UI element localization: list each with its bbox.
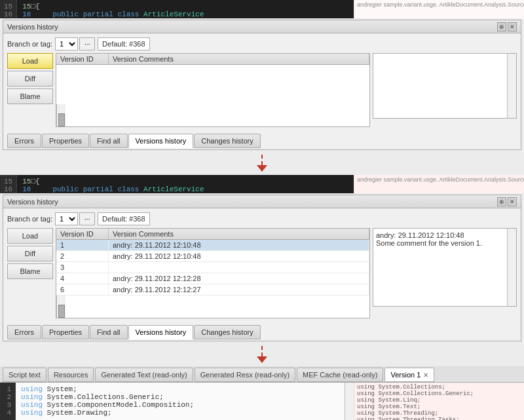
cell-id: 2 — [56, 251, 109, 261]
action-buttons-1: Load Diff Blame — [7, 53, 53, 127]
bottom-right-panel: using System.Collections; using System.C… — [354, 383, 524, 420]
tab-changes-1[interactable]: Changes history — [194, 134, 261, 148]
bottom-scrollbar[interactable] — [345, 383, 354, 420]
code-strip-1: 15 16 15□{ 16 public partial class Artic… — [0, 0, 524, 18]
scroll-thumb-2 — [58, 305, 65, 318]
table-header-1: Version ID Version Comments — [56, 54, 369, 65]
tab-changes-2[interactable]: Changes history — [194, 325, 261, 339]
cell-id: 6 — [56, 284, 109, 295]
tab-versions-1[interactable]: Versions history — [128, 134, 194, 148]
bottom-tab-bar: Script text Resources Generated Text (re… — [0, 366, 524, 383]
code-content-2: 15□{ 16 public partial class ArticleServ… — [17, 175, 354, 193]
tab-errors-1[interactable]: Errors — [7, 134, 41, 148]
code-strip-2: 15 16 15□{ 16 public partial class Artic… — [0, 175, 524, 193]
arrow-line-2 — [261, 346, 263, 356]
btab-version1-close[interactable]: ✕ — [423, 372, 428, 379]
cell-comment: andry: 29.11.2012 12:12:28 — [109, 273, 369, 284]
comment-scrollbar-1[interactable] — [507, 54, 516, 118]
panel-title-1: Versions history — [7, 23, 58, 31]
arrow-head-1 — [257, 165, 267, 172]
col-header-comments-2: Version Comments — [109, 229, 369, 239]
load-button-2[interactable]: Load — [7, 228, 53, 244]
line-numbers-2: 15 16 — [0, 175, 17, 193]
branch-select-wrapper-2: 1 ··· — [55, 212, 95, 225]
pin-button-1[interactable]: ⊕ — [497, 22, 506, 31]
pin-button-2[interactable]: ⊕ — [497, 197, 506, 206]
col-header-id-1: Version ID — [56, 54, 109, 64]
table-row[interactable]: 3 — [56, 262, 369, 273]
arrow-2 — [0, 343, 524, 366]
versions-panel-1: Versions history ⊕ ✕ Branch or tag: 1 ··… — [3, 20, 521, 150]
branch-row-2: Branch or tag: 1 ··· Default: #368 — [7, 212, 517, 225]
table-row[interactable]: 1 andry: 29.11.2012 12:10:48 — [56, 240, 369, 251]
btab-resources[interactable]: Resources — [48, 368, 94, 382]
tab-bar-2: Errors Properties Find all Versions hist… — [3, 322, 521, 341]
panel-controls-2: ⊕ ✕ — [497, 197, 517, 206]
comment-panel-1 — [373, 53, 517, 119]
branch-label-1: Branch or tag: — [7, 40, 52, 48]
panel-body-1: Branch or tag: 1 ··· Default: #368 Load … — [3, 33, 521, 131]
bottom-code-area: 1 2 3 4 using System; using System.Colle… — [0, 383, 524, 420]
tab-findall-2[interactable]: Find all — [90, 325, 127, 339]
blame-button-2[interactable]: Blame — [7, 263, 53, 279]
btab-mef-cache[interactable]: MEF Cache (read-only) — [297, 368, 383, 382]
close-button-2[interactable]: ✕ — [508, 197, 517, 206]
btab-script-text[interactable]: Script text — [3, 368, 47, 382]
versions-table-1: Version ID Version Comments — [56, 53, 370, 127]
cell-id: 3 — [56, 262, 109, 273]
branch-dots-button-2[interactable]: ··· — [79, 212, 95, 225]
btab-version1[interactable]: Version 1 ✕ — [384, 368, 434, 382]
col-header-id-2: Version ID — [56, 229, 109, 239]
diff-button-2[interactable]: Diff — [7, 246, 53, 261]
panel-titlebar-1: Versions history ⊕ ✕ — [3, 20, 521, 33]
arrow-line-1 — [261, 155, 263, 165]
action-buttons-2: Load Diff Blame — [7, 228, 53, 318]
code-content-1: 15□{ 16 public partial class ArticleServ… — [17, 0, 354, 18]
arrow-down-1 — [257, 155, 267, 172]
tab-properties-2[interactable]: Properties — [42, 325, 89, 339]
comment-text-2: andry: 29.11.2012 12:10:48 Some comment … — [376, 231, 514, 247]
col-header-comments-1: Version Comments — [109, 54, 369, 64]
arrow-head-2 — [257, 356, 267, 363]
branch-dots-button-1[interactable]: ··· — [79, 37, 95, 50]
diff-button-1[interactable]: Diff — [7, 71, 53, 86]
tab-properties-1[interactable]: Properties — [42, 134, 89, 148]
cell-comment — [109, 262, 369, 273]
comment-scrollbar-2[interactable] — [507, 229, 516, 306]
versions-table-2: Version ID Version Comments 1 andry: 29.… — [56, 228, 370, 318]
tab-versions-2[interactable]: Versions history — [128, 325, 194, 339]
section3: Script text Resources Generated Text (re… — [0, 366, 524, 420]
table-row[interactable]: 2 andry: 29.11.2012 12:10:48 — [56, 251, 369, 262]
panel-titlebar-2: Versions history ⊕ ✕ — [3, 195, 521, 208]
line-numbers-1: 15 16 — [0, 0, 17, 18]
branch-default-1: Default: #368 — [98, 37, 149, 50]
blame-button-1[interactable]: Blame — [7, 88, 53, 104]
table-body-2[interactable]: 1 andry: 29.11.2012 12:10:48 2 andry: 29… — [56, 240, 369, 296]
section1: 15 16 15□{ 16 public partial class Artic… — [0, 0, 524, 150]
scrollbar-2[interactable] — [56, 296, 66, 318]
btab-generated-resx[interactable]: Generated Resx (read-only) — [195, 368, 295, 382]
arrow-1 — [0, 151, 524, 175]
table-row[interactable]: 4 andry: 29.11.2012 12:12:28 — [56, 273, 369, 284]
section2: 15 16 15□{ 16 public partial class Artic… — [0, 175, 524, 341]
table-row[interactable]: 6 andry: 29.11.2012 12:12:27 — [56, 284, 369, 296]
tab-bar-1: Errors Properties Find all Versions hist… — [3, 131, 521, 149]
branch-select-1[interactable]: 1 — [55, 37, 78, 50]
panel-controls-1: ⊕ ✕ — [497, 22, 517, 31]
comment-panel-2: andry: 29.11.2012 12:10:48 Some comment … — [373, 228, 517, 307]
scrollbar-1[interactable] — [56, 104, 66, 126]
btab-generated-text[interactable]: Generated Text (read-only) — [95, 368, 193, 382]
branch-select-2[interactable]: 1 — [55, 212, 78, 225]
branch-default-2: Default: #368 — [98, 212, 149, 225]
branch-select-wrapper-1: 1 ··· — [55, 37, 95, 50]
arrow-down-2 — [257, 346, 267, 363]
table-body-1[interactable] — [56, 65, 369, 104]
load-button-1[interactable]: Load — [7, 53, 53, 69]
bottom-line-numbers: 1 2 3 4 — [0, 383, 16, 420]
tab-errors-2[interactable]: Errors — [7, 325, 41, 339]
code-right-preview-1: andregier sample.variant.usge. ArtikleDo… — [354, 0, 524, 18]
close-button-1[interactable]: ✕ — [508, 22, 517, 31]
tab-findall-1[interactable]: Find all — [90, 134, 127, 148]
cell-comment: andry: 29.11.2012 12:10:48 — [109, 251, 369, 261]
cell-comment: andry: 29.11.2012 12:12:27 — [109, 284, 369, 295]
